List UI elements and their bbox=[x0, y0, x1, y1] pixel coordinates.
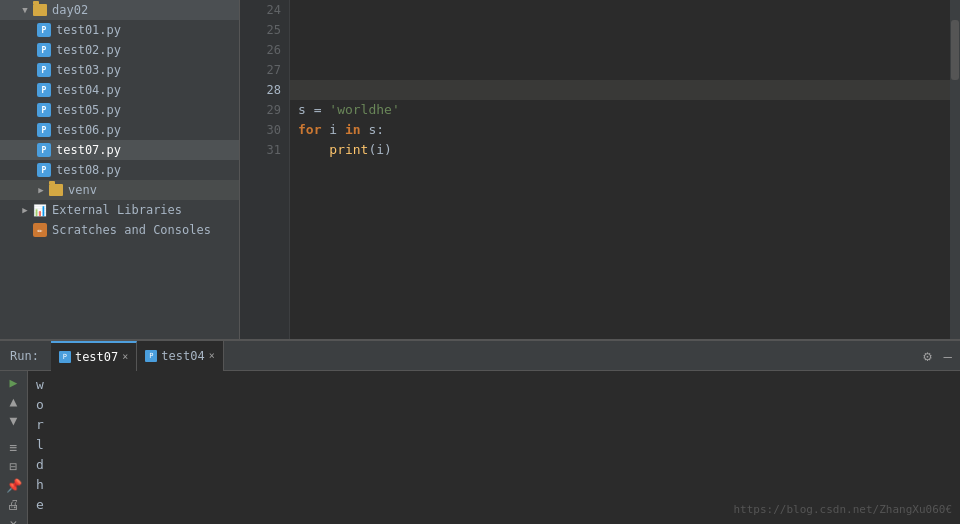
sidebar-item-venv[interactable]: ▶ venv bbox=[0, 180, 239, 200]
folder-icon bbox=[32, 2, 48, 18]
run-panel-body: ▶ ▲ ▼ ≡ ⊟ 📌 🖨 ✕ w o r l d h e https://bl… bbox=[0, 371, 960, 524]
minimize-icon[interactable]: — bbox=[940, 346, 956, 366]
code-op: = bbox=[306, 100, 329, 120]
sidebar-item-scratches[interactable]: ▶ ✏ Scratches and Consoles bbox=[0, 220, 239, 240]
code-line-30: for i in s: bbox=[290, 120, 960, 140]
sidebar-item-label: External Libraries bbox=[52, 203, 182, 217]
py-file-icon: P bbox=[36, 62, 52, 78]
py-tab-icon: P bbox=[145, 350, 157, 362]
sidebar-item-test07[interactable]: P test07.py bbox=[0, 140, 239, 160]
sidebar-item-label: test08.py bbox=[56, 163, 121, 177]
folder-icon bbox=[48, 182, 64, 198]
pin-button[interactable]: 📌 bbox=[3, 478, 25, 493]
code-string: 'worldhe' bbox=[329, 100, 399, 120]
code-editor: 24 25 26 27 28 29 30 31 s = 'worldhe bbox=[240, 0, 960, 339]
line-numbers: 24 25 26 27 28 29 30 31 bbox=[240, 0, 290, 339]
code-function-print: print bbox=[329, 140, 368, 160]
sidebar-item-test01[interactable]: P test01.py bbox=[0, 20, 239, 40]
output-line-6: h bbox=[36, 475, 952, 495]
code-content[interactable]: s = 'worldhe' for i in s: print ( i ) bbox=[290, 0, 960, 339]
code-line-25 bbox=[290, 20, 960, 40]
run-tabs-bar: Run: P test07 × P test04 × ⚙ — bbox=[0, 341, 960, 371]
code-line-24 bbox=[290, 0, 960, 20]
sidebar-item-label: Scratches and Consoles bbox=[52, 223, 211, 237]
arrow-down-icon: ▼ bbox=[20, 5, 30, 15]
output-line-5: d bbox=[36, 455, 952, 475]
scroll-down-button[interactable]: ▼ bbox=[3, 413, 25, 428]
clear-output-button[interactable]: ⊟ bbox=[3, 459, 25, 474]
sidebar-item-label: test03.py bbox=[56, 63, 121, 77]
print-button[interactable]: 🖨 bbox=[3, 497, 25, 512]
sidebar-item-test04[interactable]: P test04.py bbox=[0, 80, 239, 100]
code-keyword-for: for bbox=[298, 120, 321, 140]
run-tab-label: test07 bbox=[75, 350, 118, 364]
run-panel: Run: P test07 × P test04 × ⚙ — ▶ ▲ ▼ ≡ ⊟… bbox=[0, 339, 960, 524]
scratch-icon: ✏ bbox=[32, 222, 48, 238]
run-tab-test07[interactable]: P test07 × bbox=[51, 341, 137, 371]
sidebar-item-label: test04.py bbox=[56, 83, 121, 97]
sidebar-item-label: venv bbox=[68, 183, 97, 197]
sidebar-item-label: day02 bbox=[52, 3, 88, 17]
arrow-right-icon: ▶ bbox=[36, 185, 46, 195]
arrow-right-icon: ▶ bbox=[20, 205, 30, 215]
sidebar-item-label: test02.py bbox=[56, 43, 121, 57]
close-tab-test04[interactable]: × bbox=[209, 350, 215, 361]
output-line-3: r bbox=[36, 415, 952, 435]
py-file-icon: P bbox=[36, 162, 52, 178]
output-line-2: o bbox=[36, 395, 952, 415]
run-toolbar: ▶ ▲ ▼ ≡ ⊟ 📌 🖨 ✕ bbox=[0, 371, 28, 524]
code-line-31: print ( i ) bbox=[290, 140, 960, 160]
code-line-27 bbox=[290, 60, 960, 80]
ext-lib-icon: 📊 bbox=[32, 202, 48, 218]
output-line-1: w bbox=[36, 375, 952, 395]
py-file-icon: P bbox=[36, 122, 52, 138]
scrollbar-thumb[interactable] bbox=[951, 20, 959, 80]
wrap-lines-button[interactable]: ≡ bbox=[3, 440, 25, 455]
sidebar-item-test08[interactable]: P test08.py bbox=[0, 160, 239, 180]
py-file-icon: P bbox=[36, 82, 52, 98]
py-file-icon: P bbox=[36, 22, 52, 38]
sidebar-item-label: test06.py bbox=[56, 123, 121, 137]
sidebar-item-test06[interactable]: P test06.py bbox=[0, 120, 239, 140]
sidebar-item-label: test07.py bbox=[56, 143, 121, 157]
run-tab-actions: ⚙ — bbox=[919, 346, 956, 366]
sidebar-item-external-libraries[interactable]: ▶ 📊 External Libraries bbox=[0, 200, 239, 220]
output-line-7: e bbox=[36, 495, 952, 515]
code-line-28 bbox=[290, 80, 960, 100]
code-line-26 bbox=[290, 40, 960, 60]
sidebar-item-day02[interactable]: ▼ day02 bbox=[0, 0, 239, 20]
sidebar-item-test02[interactable]: P test02.py bbox=[0, 40, 239, 60]
sidebar-item-label: test05.py bbox=[56, 103, 121, 117]
run-label: Run: bbox=[4, 349, 45, 363]
py-file-icon: P bbox=[36, 42, 52, 58]
close-button[interactable]: ✕ bbox=[3, 516, 25, 524]
py-file-icon: P bbox=[36, 142, 52, 158]
close-tab-test07[interactable]: × bbox=[122, 351, 128, 362]
editor-scrollbar[interactable] bbox=[950, 0, 960, 339]
py-file-icon: P bbox=[36, 102, 52, 118]
run-button[interactable]: ▶ bbox=[3, 375, 25, 390]
code-var: s bbox=[298, 100, 306, 120]
output-line-4: l bbox=[36, 435, 952, 455]
settings-icon[interactable]: ⚙ bbox=[919, 346, 935, 366]
run-output: w o r l d h e https://blog.csdn.net/Zhan… bbox=[28, 371, 960, 524]
code-keyword-in: in bbox=[345, 120, 361, 140]
sidebar-item-label: test01.py bbox=[56, 23, 121, 37]
code-line-29: s = 'worldhe' bbox=[290, 100, 960, 120]
run-tab-test04[interactable]: P test04 × bbox=[137, 341, 223, 371]
file-tree: ▼ day02 P test01.py P test02.py P test03… bbox=[0, 0, 240, 339]
scroll-up-button[interactable]: ▲ bbox=[3, 394, 25, 409]
sidebar-item-test05[interactable]: P test05.py bbox=[0, 100, 239, 120]
sidebar-item-test03[interactable]: P test03.py bbox=[0, 60, 239, 80]
py-tab-icon: P bbox=[59, 351, 71, 363]
run-tab-label: test04 bbox=[161, 349, 204, 363]
